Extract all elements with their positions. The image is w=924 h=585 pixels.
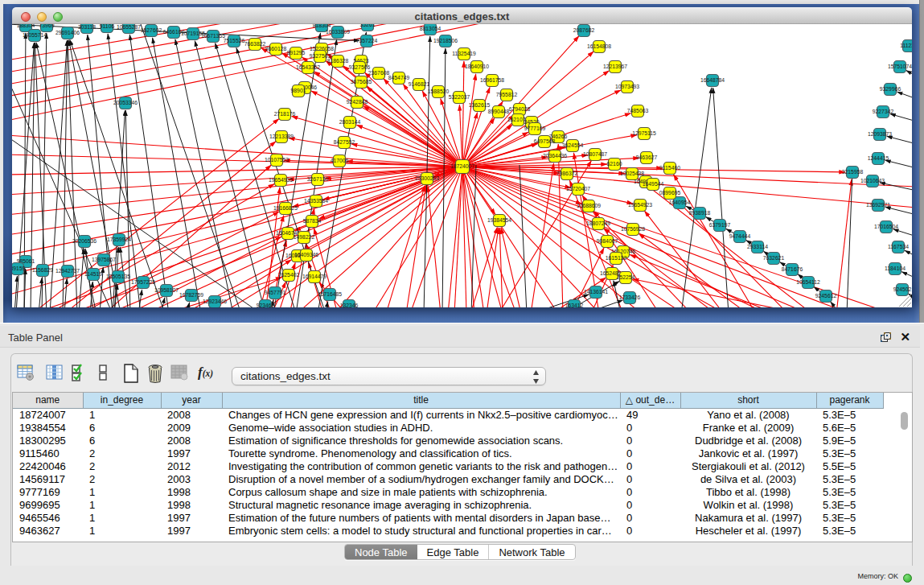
- svg-text:6497568: 6497568: [534, 138, 556, 144]
- svg-text:7485063: 7485063: [627, 108, 649, 113]
- svg-text:10807487: 10807487: [583, 151, 607, 157]
- svg-text:20206536: 20206536: [72, 238, 97, 244]
- svg-text:1640954: 1640954: [669, 200, 691, 205]
- svg-text:8938918: 8938918: [689, 210, 711, 216]
- svg-text:9777169: 9777169: [524, 126, 546, 131]
- svg-text:91106: 91106: [100, 24, 115, 29]
- svg-text:3215958: 3215958: [842, 169, 864, 175]
- svg-text:19654923: 19654923: [628, 202, 652, 208]
- svg-text:924502: 924502: [893, 286, 912, 292]
- svg-text:2933114: 2933114: [747, 244, 768, 249]
- svg-text:8427552: 8427552: [334, 139, 355, 145]
- svg-text:8990448: 8990448: [488, 109, 510, 114]
- svg-text:7357224: 7357224: [356, 38, 378, 43]
- svg-text:923468: 923468: [257, 303, 275, 307]
- svg-text:8813054: 8813054: [420, 26, 441, 31]
- svg-text:1167534: 1167534: [888, 244, 909, 249]
- svg-text:9115460: 9115460: [659, 165, 680, 171]
- svg-text:17359924: 17359924: [107, 237, 131, 242]
- svg-text:9457791: 9457791: [265, 290, 286, 295]
- svg-text:15716485: 15716485: [318, 291, 342, 297]
- svg-text:252254: 252254: [617, 274, 635, 280]
- svg-text:1498222: 1498222: [294, 234, 315, 240]
- svg-text:35261: 35261: [360, 24, 376, 27]
- svg-text:9245612: 9245612: [815, 293, 837, 299]
- svg-text:19218506: 19218506: [433, 38, 458, 43]
- svg-text:9084067: 9084067: [597, 238, 618, 244]
- svg-text:7632621: 7632621: [763, 255, 785, 261]
- svg-text:10655287: 10655287: [117, 24, 141, 30]
- svg-text:7986372: 7986372: [556, 171, 578, 176]
- svg-text:8186328: 8186328: [327, 58, 349, 64]
- svg-text:16671355: 16671355: [201, 33, 225, 39]
- svg-text:16914479: 16914479: [302, 274, 326, 279]
- svg-text:16543362: 16543362: [296, 64, 320, 70]
- svg-text:12505135: 12505135: [106, 274, 130, 279]
- svg-text:1649544: 1649544: [643, 181, 664, 187]
- svg-text:18807249: 18807249: [586, 220, 610, 226]
- svg-text:16033809: 16033809: [326, 29, 350, 35]
- svg-text:12975115: 12975115: [632, 130, 656, 136]
- svg-text:1184104: 1184104: [885, 266, 906, 271]
- svg-text:9474444: 9474444: [729, 233, 751, 239]
- svg-text:12213389: 12213389: [269, 134, 294, 139]
- svg-text:3675685: 3675685: [351, 79, 372, 84]
- svg-text:16648784: 16648784: [700, 77, 725, 83]
- svg-text:6794028: 6794028: [509, 106, 531, 112]
- svg-text:114519: 114519: [84, 271, 102, 277]
- svg-text:20364436: 20364436: [543, 153, 567, 159]
- svg-text:98901: 98901: [291, 88, 306, 93]
- svg-text:73969: 73969: [39, 24, 55, 28]
- svg-text:132346: 132346: [340, 303, 359, 307]
- svg-text:15720407: 15720407: [566, 186, 590, 192]
- svg-text:8660128: 8660128: [265, 46, 287, 51]
- svg-text:16409346: 16409346: [294, 252, 318, 257]
- svg-text:3624554: 3624554: [562, 142, 584, 148]
- svg-text:13692971: 13692971: [866, 202, 890, 208]
- svg-text:587834: 587834: [303, 218, 322, 224]
- svg-text:19654935: 19654935: [269, 177, 293, 183]
- svg-text:3267130: 3267130: [307, 176, 329, 182]
- svg-text:20053346: 20053346: [113, 100, 138, 105]
- svg-text:13975867: 13975867: [92, 257, 116, 262]
- svg-text:12213967: 12213967: [603, 64, 627, 69]
- svg-text:16782759: 16782759: [179, 292, 203, 298]
- svg-text:9242848: 9242848: [347, 99, 368, 105]
- svg-text:14136141: 14136141: [584, 289, 608, 295]
- svg-text:12093873: 12093873: [868, 131, 892, 137]
- svg-text:1362615: 1362615: [469, 102, 491, 108]
- svg-text:6379197: 6379197: [709, 222, 731, 228]
- svg-text:10756928: 10756928: [621, 226, 645, 232]
- svg-text:16154808: 16154808: [587, 43, 611, 49]
- svg-text:2087682: 2087682: [573, 27, 595, 33]
- svg-text:19166825: 19166825: [273, 205, 298, 211]
- svg-text:7625402: 7625402: [278, 272, 300, 278]
- svg-text:9227342: 9227342: [873, 109, 894, 114]
- svg-text:7955812: 7955812: [496, 92, 518, 97]
- svg-text:1156829: 1156829: [32, 267, 53, 273]
- svg-text:10973493: 10973493: [615, 84, 639, 89]
- svg-text:16961758: 16961758: [480, 77, 504, 83]
- svg-text:25300293: 25300293: [415, 175, 439, 181]
- svg-text:10107553: 10107553: [265, 157, 289, 163]
- svg-text:14353584: 14353584: [304, 198, 328, 204]
- svg-text:18724007: 18724007: [450, 163, 474, 169]
- svg-text:9327506: 9327506: [349, 64, 371, 70]
- svg-text:1244415: 1244415: [868, 155, 889, 161]
- svg-text:12942737: 12942737: [55, 268, 80, 274]
- svg-text:19384554: 19384554: [487, 217, 511, 223]
- svg-text:163412: 163412: [565, 303, 584, 307]
- svg-text:2367608: 2367608: [368, 70, 390, 76]
- svg-text:7515526: 7515526: [224, 38, 245, 43]
- svg-text:18640910: 18640910: [465, 64, 489, 69]
- svg-text:10958107: 10958107: [154, 287, 179, 293]
- svg-text:9146821: 9146821: [409, 81, 430, 87]
- svg-text:303118: 303118: [78, 24, 96, 30]
- svg-text:15751074: 15751074: [888, 64, 912, 69]
- svg-text:417006: 417006: [331, 158, 349, 163]
- svg-text:17957225: 17957225: [131, 279, 155, 285]
- svg-text:10210643: 10210643: [860, 178, 885, 183]
- svg-text:1733426: 1733426: [619, 295, 641, 300]
- svg-text:12923446: 12923446: [203, 299, 227, 304]
- svg-text:10654112: 10654112: [796, 279, 820, 285]
